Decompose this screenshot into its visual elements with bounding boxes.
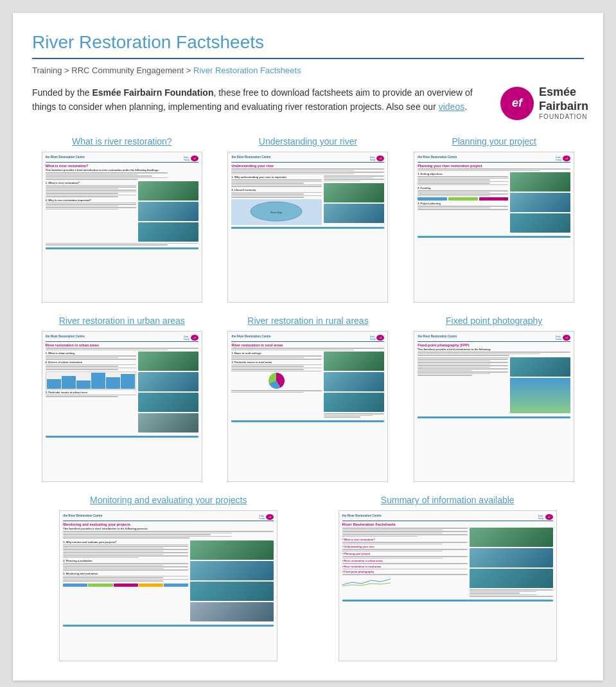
esmee-label: Esmée [539, 85, 588, 100]
logo-block: ef Esmée Fairbairn FOUNDATION [500, 85, 584, 121]
factsheet-item-rural: River restoration in rural areas the Riv… [218, 316, 398, 482]
factsheets-grid-row1: What is river restoration? the River Res… [32, 136, 584, 482]
factsheet-thumbnail-planning[interactable]: the River Restoration Centre EstásFamily… [414, 152, 574, 303]
ef-circle-icon: ef [500, 87, 534, 120]
factsheet-item-monitoring: Monitoring and evaluating your projects … [32, 495, 305, 661]
factsheet-link-photography[interactable]: Fixed point photography [446, 316, 542, 326]
intro-text: Funded by the Esmée Fairbairn Foundation… [32, 85, 500, 114]
intro-period: . [464, 102, 467, 112]
title-divider [32, 58, 584, 59]
factsheet-thumbnail-rural[interactable]: the River Restoration Centre EstásFamily… [227, 331, 388, 482]
page-title: River Restoration Factsheets [32, 32, 584, 53]
factsheet-thumbnail-understanding[interactable]: the River Restoration Centre EstásFamily… [227, 152, 388, 303]
breadcrumb-rrc: RRC Community Engagement [71, 66, 184, 75]
factsheet-item-summary: Summary of information available the Riv… [312, 495, 585, 661]
factsheet-link-summary[interactable]: Summary of information available [381, 495, 515, 505]
fairbairn-label: Fairbairn [539, 100, 588, 114]
factsheet-item-understanding: Understanding your river the River Resto… [218, 136, 398, 303]
factsheet-link-understanding[interactable]: Understanding your river [259, 136, 357, 147]
breadcrumb: Training > RRC Community Engagement > Ri… [32, 66, 584, 75]
breadcrumb-current[interactable]: River Restoration Factsheets [193, 66, 301, 75]
ef-logo: ef Esmée Fairbairn FOUNDATION [500, 85, 584, 121]
factsheet-item-urban: River restoration in urban areas the Riv… [32, 316, 212, 482]
page-container: River Restoration Factsheets Training > … [13, 13, 603, 681]
factsheets-bottom-grid: Monitoring and evaluating your projects … [32, 495, 584, 661]
breadcrumb-training: Training [32, 66, 62, 75]
svg-text:River Map: River Map [270, 211, 283, 214]
intro-brand: Esmée Fairbairn Foundation [92, 87, 213, 98]
factsheet-thumbnail-what[interactable]: the River Restoration Centre EstásFamily… [42, 152, 202, 303]
intro-section: Funded by the Esmée Fairbairn Foundation… [32, 85, 584, 121]
intro-prefix: Funded by the [32, 87, 92, 98]
factsheet-link-what[interactable]: What is river restoration? [72, 136, 172, 147]
factsheet-thumbnail-urban[interactable]: the River Restoration Centre EstásFamily… [42, 331, 202, 482]
factsheet-link-urban[interactable]: River restoration in urban areas [59, 316, 185, 326]
factsheet-item-planning: Planning your project the River Restorat… [404, 136, 584, 303]
factsheet-thumbnail-summary[interactable]: the River Restoration Centre EstásFamily… [339, 510, 557, 661]
factsheet-item-what: What is river restoration? the River Res… [32, 136, 212, 303]
factsheet-link-rural[interactable]: River restoration in rural areas [247, 316, 368, 326]
intro-videos-link[interactable]: videos [439, 102, 464, 112]
ef-name: Esmée Fairbairn FOUNDATION [539, 85, 588, 121]
ef-text: ef [512, 96, 522, 110]
factsheet-link-monitoring[interactable]: Monitoring and evaluating your projects [90, 495, 247, 505]
factsheet-thumbnail-monitoring[interactable]: the River Restoration Centre EstásFamily… [59, 510, 277, 661]
factsheet-link-planning[interactable]: Planning your project [452, 136, 536, 147]
foundation-label: FOUNDATION [539, 113, 588, 121]
factsheet-thumbnail-photography[interactable]: the River Restoration Centre EstásFamily… [414, 331, 574, 482]
factsheet-item-photography: Fixed point photography the River Restor… [404, 316, 584, 482]
